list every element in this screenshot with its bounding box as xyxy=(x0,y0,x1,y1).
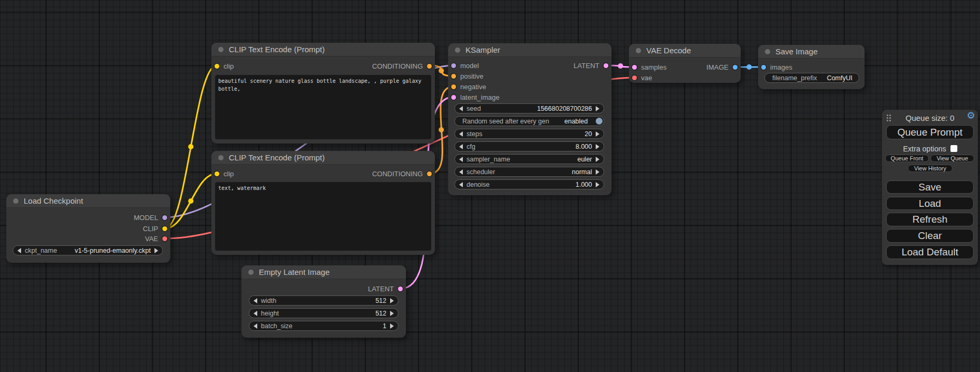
output-slot-conditioning[interactable]: CONDITIONING xyxy=(372,169,432,178)
widget-filename-prefix[interactable]: filename_prefix ComfyUI xyxy=(764,73,859,83)
port-dot-conditioning[interactable] xyxy=(427,171,432,176)
input-slot-samples[interactable]: samples xyxy=(632,63,666,72)
widget-ckpt-name[interactable]: ckpt_name v1-5-pruned-emaonly.ckpt xyxy=(13,245,163,255)
collapse-dot-icon[interactable] xyxy=(218,155,224,160)
decrement-arrow-icon[interactable] xyxy=(254,311,257,316)
increment-arrow-icon[interactable] xyxy=(154,248,158,253)
increment-arrow-icon[interactable] xyxy=(596,106,599,111)
node-clip-text-encode-negative[interactable]: CLIP Text Encode (Prompt) clip CONDITION… xyxy=(211,151,435,255)
node-save-image[interactable]: Save Image images filename_prefix ComfyU… xyxy=(758,45,865,89)
output-slot-image[interactable]: IMAGE xyxy=(706,63,738,72)
widget-cfg[interactable]: cfg 8.000 xyxy=(454,141,604,151)
prompt-textarea[interactable]: beautiful scenery nature glass bottle la… xyxy=(215,75,431,139)
port-dot-clip[interactable] xyxy=(215,64,219,69)
collapse-dot-icon[interactable] xyxy=(13,198,18,204)
collapse-dot-icon[interactable] xyxy=(248,270,254,275)
decrement-arrow-icon[interactable] xyxy=(459,144,463,149)
port-dot-latent[interactable] xyxy=(451,95,456,100)
input-slot-images[interactable]: images xyxy=(761,63,792,72)
input-slot-clip[interactable]: clip xyxy=(215,169,234,178)
node-titlebar[interactable]: Save Image xyxy=(758,45,865,59)
node-titlebar[interactable]: CLIP Text Encode (Prompt) xyxy=(211,43,435,56)
increment-arrow-icon[interactable] xyxy=(390,298,394,303)
widget-denoise[interactable]: denoise 1.000 xyxy=(454,179,604,189)
output-slot-latent[interactable]: LATENT xyxy=(574,61,608,70)
node-clip-text-encode-positive[interactable]: CLIP Text Encode (Prompt) clip CONDITION… xyxy=(211,43,435,144)
increment-arrow-icon[interactable] xyxy=(596,157,599,162)
widget-sampler-name[interactable]: sampler_name euler xyxy=(454,154,604,164)
increment-arrow-icon[interactable] xyxy=(596,131,599,137)
load-default-button[interactable]: Load Default xyxy=(886,245,974,259)
node-titlebar[interactable]: Load Checkpoint xyxy=(6,194,170,208)
port-dot-vae[interactable] xyxy=(632,75,637,80)
widget-width[interactable]: width 512 xyxy=(249,295,399,306)
port-dot-vae[interactable] xyxy=(162,236,167,241)
increment-arrow-icon[interactable] xyxy=(596,169,599,175)
queue-front-button[interactable]: Queue Front xyxy=(885,155,929,162)
prompt-textarea[interactable]: text, watermark xyxy=(215,182,431,251)
collapse-dot-icon[interactable] xyxy=(636,48,641,53)
load-button[interactable]: Load xyxy=(886,197,974,210)
widget-scheduler[interactable]: scheduler normal xyxy=(454,167,604,177)
port-dot-latent[interactable] xyxy=(398,287,403,291)
increment-arrow-icon[interactable] xyxy=(390,323,394,329)
refresh-button[interactable]: Refresh xyxy=(886,213,974,226)
port-dot-image[interactable] xyxy=(761,65,766,70)
node-titlebar[interactable]: Empty Latent Image xyxy=(241,265,406,279)
input-slot-model[interactable]: model xyxy=(451,61,479,70)
view-queue-button[interactable]: View Queue xyxy=(930,155,974,162)
collapse-dot-icon[interactable] xyxy=(765,49,770,54)
widget-steps[interactable]: steps 20 xyxy=(454,129,604,139)
node-load-checkpoint[interactable]: Load Checkpoint MODEL CLIP VAE ckpt_name… xyxy=(6,194,170,263)
input-slot-latent-image[interactable]: latent_image xyxy=(451,93,499,102)
port-dot-model[interactable] xyxy=(162,215,167,220)
decrement-arrow-icon[interactable] xyxy=(459,106,463,111)
clear-button[interactable]: Clear xyxy=(886,229,974,243)
decrement-arrow-icon[interactable] xyxy=(459,182,463,187)
output-slot-model[interactable]: MODEL xyxy=(134,213,167,222)
input-slot-clip[interactable]: clip xyxy=(215,62,234,71)
node-ksampler[interactable]: KSampler model positive negative latent_… xyxy=(448,43,612,195)
input-slot-positive[interactable]: positive xyxy=(451,72,483,81)
node-titlebar[interactable]: CLIP Text Encode (Prompt) xyxy=(211,151,435,165)
widget-batch-size[interactable]: batch_size 1 xyxy=(249,321,399,331)
port-dot-clip[interactable] xyxy=(215,171,219,176)
node-empty-latent-image[interactable]: Empty Latent Image LATENT width 512 heig… xyxy=(241,265,406,338)
decrement-arrow-icon[interactable] xyxy=(459,169,463,175)
output-slot-latent[interactable]: LATENT xyxy=(368,284,403,293)
port-dot-image[interactable] xyxy=(733,65,738,70)
node-vae-decode[interactable]: VAE Decode samples vae IMAGE xyxy=(629,44,741,83)
comfyui-canvas[interactable]: { "colors": { "model": "#B39DDB", "clip"… xyxy=(0,0,980,372)
port-dot-clip[interactable] xyxy=(162,226,167,231)
widget-random-seed[interactable]: Random seed after every gen enabled xyxy=(454,116,604,126)
save-button[interactable]: Save xyxy=(886,180,974,194)
view-history-button[interactable]: View History xyxy=(908,165,953,172)
queue-prompt-button[interactable]: Queue Prompt xyxy=(886,125,974,139)
increment-arrow-icon[interactable] xyxy=(596,182,599,187)
extra-options-checkbox[interactable] xyxy=(950,145,957,152)
port-dot-conditioning[interactable] xyxy=(451,84,456,89)
output-slot-vae[interactable]: VAE xyxy=(145,234,167,243)
port-dot-latent[interactable] xyxy=(604,63,608,68)
decrement-arrow-icon[interactable] xyxy=(254,323,257,329)
collapse-dot-icon[interactable] xyxy=(455,47,460,53)
input-slot-negative[interactable]: negative xyxy=(451,82,486,91)
collapse-dot-icon[interactable] xyxy=(218,47,224,52)
decrement-arrow-icon[interactable] xyxy=(17,248,21,253)
port-dot-latent[interactable] xyxy=(632,65,637,70)
node-titlebar[interactable]: VAE Decode xyxy=(629,44,741,58)
port-dot-conditioning[interactable] xyxy=(427,64,432,69)
output-slot-clip[interactable]: CLIP xyxy=(143,224,167,233)
decrement-arrow-icon[interactable] xyxy=(459,131,463,137)
increment-arrow-icon[interactable] xyxy=(596,144,599,149)
port-dot-conditioning[interactable] xyxy=(451,74,456,79)
decrement-arrow-icon[interactable] xyxy=(254,298,257,303)
node-titlebar[interactable]: KSampler xyxy=(448,43,612,57)
increment-arrow-icon[interactable] xyxy=(390,311,394,316)
widget-seed[interactable]: seed 156680208700286 xyxy=(454,103,604,113)
port-dot-model[interactable] xyxy=(451,63,456,68)
settings-gear-icon[interactable]: ⚙ xyxy=(967,111,975,120)
toggle-circle-icon[interactable] xyxy=(596,118,603,125)
decrement-arrow-icon[interactable] xyxy=(459,157,463,162)
output-slot-conditioning[interactable]: CONDITIONING xyxy=(372,62,432,71)
